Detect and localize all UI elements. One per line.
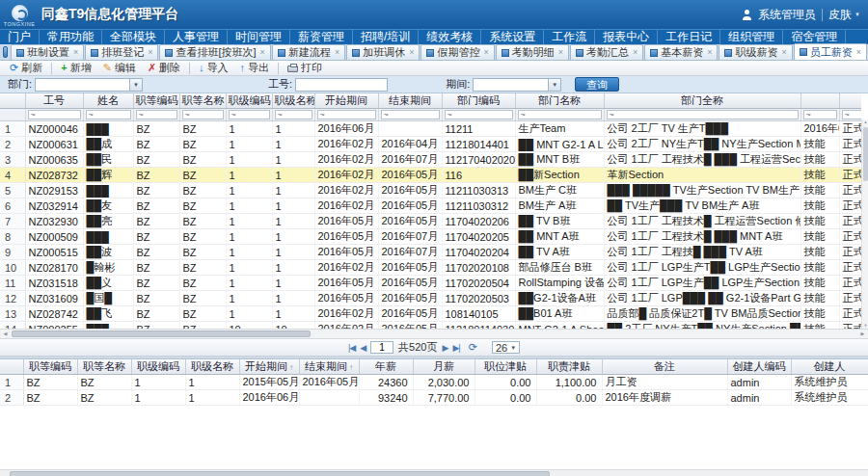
tab-item[interactable]: 考勤汇总× <box>570 44 643 60</box>
column-header[interactable]: 月薪 <box>413 359 475 375</box>
first-page-icon[interactable]: |◀ <box>348 343 355 353</box>
table-row[interactable]: 1NZ000046███BZBZ112016年06月11211生产Team公司 … <box>0 121 861 137</box>
tab-close-icon[interactable]: × <box>558 48 563 57</box>
tab-close-icon[interactable]: × <box>148 48 152 57</box>
table-row[interactable]: 13NZ028742██飞BZBZ112016年02月2016年05月10814… <box>0 306 861 322</box>
table-row[interactable]: 3NZ000635██民BZBZ112016年02月2016年07月112170… <box>0 152 861 168</box>
column-header[interactable]: 部门名称 <box>515 93 604 109</box>
page-scrollbar[interactable] <box>0 469 868 476</box>
scroll-left-icon[interactable]: ◀ <box>0 330 11 338</box>
tab-item[interactable]: 加班调休× <box>346 44 420 60</box>
menu-item[interactable]: 全部模块 <box>102 30 165 44</box>
period-dropdown-icon[interactable]: ▼ <box>548 79 560 91</box>
horizontal-scroll-thumb[interactable] <box>12 331 311 337</box>
column-header[interactable]: 姓名 <box>83 93 133 109</box>
scroll-up-icon[interactable]: ▲ <box>862 119 868 125</box>
column-header[interactable]: 职级名称 <box>272 93 314 109</box>
column-header[interactable] <box>800 93 839 109</box>
column-header[interactable]: 创建人编码 <box>727 359 791 375</box>
tab-item[interactable]: 新建流程× <box>272 44 345 60</box>
column-header[interactable]: 职等名称 <box>179 93 226 109</box>
column-filter[interactable]: ~ <box>182 110 224 119</box>
column-filter[interactable]: ~ <box>275 110 312 119</box>
vertical-scrollbar[interactable]: ▲ ▼ <box>861 119 868 329</box>
menu-item[interactable]: 门户 <box>0 30 40 44</box>
column-header[interactable]: 工号 <box>25 93 83 109</box>
column-header[interactable]: 备注 <box>602 359 727 375</box>
column-filter[interactable]: ~ <box>317 110 376 119</box>
delete-button[interactable]: ✗删除 <box>142 62 186 75</box>
column-header[interactable]: 职等编码 <box>23 359 77 375</box>
menu-item[interactable]: 绩效考核 <box>419 30 481 44</box>
export-button[interactable]: ↑导出 <box>234 62 276 75</box>
tab-item[interactable]: 查看排班[按班次]× <box>159 44 270 60</box>
column-header[interactable]: 职级名称 <box>185 359 239 375</box>
menu-item[interactable]: 系统设置 <box>481 30 544 44</box>
search-button[interactable]: 查询 <box>575 77 619 92</box>
column-header[interactable]: 年薪 <box>359 359 413 375</box>
tab-close-icon[interactable]: × <box>856 48 861 57</box>
table-row[interactable]: 14NZ000255███BZBZ10102016年02月2016年05月112… <box>0 322 861 330</box>
table-row[interactable]: 10NZ028170█翰彬BZBZ112016年02月2016年05月11702… <box>0 260 861 276</box>
column-header[interactable]: 创建人 <box>791 359 868 375</box>
menu-item[interactable]: 宿舍管理 <box>783 30 846 44</box>
page-size-select[interactable]: 26 ▼ <box>492 341 520 354</box>
column-header[interactable]: 职责津贴 <box>536 359 602 375</box>
period-input[interactable] <box>474 79 548 91</box>
menu-item[interactable]: 工作日记 <box>658 30 720 44</box>
tab-close-icon[interactable]: × <box>260 48 265 57</box>
column-header[interactable]: 职等名称 <box>77 359 131 375</box>
next-page-icon[interactable]: ▶ <box>442 343 448 353</box>
column-filter[interactable]: ~ <box>445 110 513 119</box>
menu-item[interactable]: 时间管理 <box>228 30 290 44</box>
column-filter[interactable]: ~ <box>803 110 837 119</box>
tab-item[interactable]: 班制设置× <box>11 44 84 60</box>
tab-item[interactable]: 员工薪资× <box>794 43 867 60</box>
horizontal-scrollbar[interactable]: ◀ ▶ <box>0 329 868 339</box>
column-header[interactable]: 职级编码 <box>131 359 185 375</box>
tab-list-icon[interactable] <box>3 46 8 58</box>
tab-close-icon[interactable]: × <box>483 48 488 57</box>
menu-item[interactable]: 常用功能 <box>40 30 102 44</box>
tab-close-icon[interactable]: × <box>73 48 78 57</box>
tab-close-icon[interactable]: × <box>335 48 339 57</box>
column-filter[interactable]: ~ <box>229 110 270 119</box>
prev-page-icon[interactable]: ◀ <box>360 343 366 353</box>
column-header[interactable]: 结束期间 <box>378 93 442 109</box>
scroll-right-icon[interactable]: ▶ <box>857 330 868 338</box>
table-row[interactable]: 2NZ000631██成BZBZ112016年02月2016年04月112180… <box>0 137 861 152</box>
column-filter[interactable]: ~ <box>136 110 177 119</box>
dept-input[interactable] <box>36 79 129 91</box>
refresh-button[interactable]: ⟳刷新 <box>4 62 48 75</box>
column-header[interactable]: 开始期间 <box>314 93 378 109</box>
table-row[interactable]: 5NZ029153███BZBZ112016年02月2016年05月112110… <box>0 183 861 198</box>
reload-icon[interactable]: ⟳ <box>469 341 477 354</box>
column-header[interactable]: 部门全称 <box>604 93 800 109</box>
table-row[interactable]: 12NZ031609█国█BZBZ112016年05月2016年05月11702… <box>0 291 861 306</box>
print-button[interactable]: 打印 <box>282 62 328 75</box>
empno-input[interactable] <box>296 79 387 91</box>
skin-switcher[interactable]: 皮肤 ▼ <box>828 7 860 23</box>
tab-close-icon[interactable]: × <box>409 48 414 57</box>
column-header[interactable]: 结束期间↑ <box>299 359 359 375</box>
menu-item[interactable]: 人事管理 <box>165 30 228 44</box>
vertical-scroll-thumb[interactable] <box>863 127 868 181</box>
menu-item[interactable]: 报表中心 <box>595 30 658 44</box>
menu-item[interactable]: 薪资管理 <box>290 30 353 44</box>
tab-item[interactable]: 假期管控× <box>420 44 494 60</box>
column-filter[interactable]: ~ <box>381 110 440 119</box>
table-row[interactable]: 6NZ032914██友BZBZ112016年02月2016年05月112110… <box>0 198 861 214</box>
table-row[interactable]: 9NZ000515██波BZBZ112016年05月2016年07月117040… <box>0 245 861 260</box>
column-filter[interactable]: ~ <box>607 110 799 119</box>
tab-close-icon[interactable]: × <box>781 48 786 57</box>
tab-item[interactable]: 基本薪资× <box>644 44 718 60</box>
column-header[interactable] <box>839 93 861 109</box>
page-scroll-thumb[interactable] <box>10 471 550 476</box>
column-filter[interactable]: ~ <box>86 110 131 119</box>
table-row[interactable]: 1BZBZ112015年05月2016年05月243602,030.000.00… <box>0 375 868 390</box>
edit-button[interactable]: ✎编辑 <box>97 62 142 75</box>
table-row[interactable]: 8NZ000509███BZBZ112016年05月2016年07月117040… <box>0 229 861 245</box>
column-header[interactable]: 职等编码 <box>133 93 179 109</box>
column-header[interactable]: 部门编码 <box>442 93 515 109</box>
column-header[interactable]: 开始期间↑ <box>239 359 299 375</box>
